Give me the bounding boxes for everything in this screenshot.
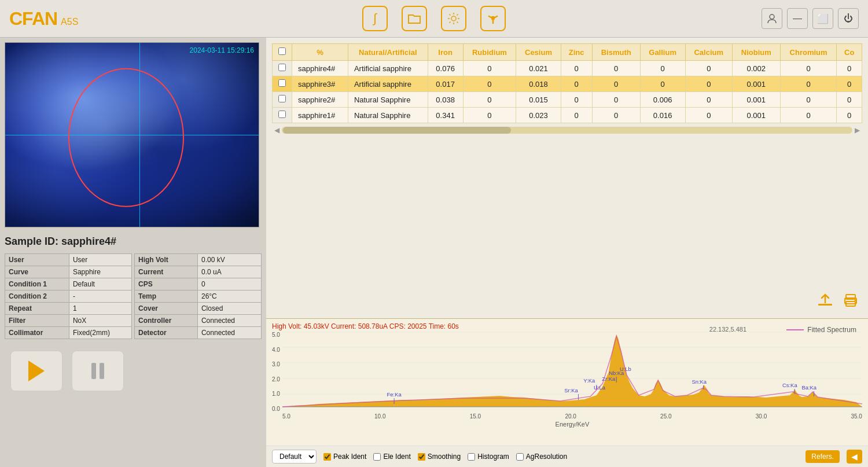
row-value: 0 bbox=[561, 61, 592, 76]
spectrum-button[interactable]: ∫ bbox=[362, 6, 388, 31]
scroll-right-arrow[interactable]: ▶ bbox=[852, 126, 862, 134]
print-icon[interactable] bbox=[843, 292, 859, 312]
info-row: CollimatorFixed(2mm) bbox=[5, 327, 132, 339]
info-key: Filter bbox=[5, 315, 69, 327]
row-value: 0 bbox=[780, 108, 837, 123]
middle-space bbox=[266, 137, 868, 318]
pause-button[interactable] bbox=[72, 351, 124, 391]
info-key: High Volt bbox=[135, 254, 198, 266]
info-row: Condition 2- bbox=[5, 291, 132, 303]
row-value: 0.001 bbox=[732, 76, 780, 92]
table-row: sapphire2#Natural Sapphire0.03800.015000… bbox=[273, 92, 862, 108]
row-value: 0 bbox=[685, 92, 732, 108]
radiation-button[interactable] bbox=[480, 6, 506, 31]
ele-ident-checkbox-label[interactable]: Ele Ident bbox=[373, 453, 410, 461]
agresolution-checkbox-label[interactable]: AgResolution bbox=[516, 453, 567, 461]
info-key: Repeat bbox=[5, 303, 69, 315]
x-tick-10: 10.0 bbox=[374, 413, 385, 420]
play-button[interactable] bbox=[10, 351, 62, 391]
info-row: Repeat1 bbox=[5, 303, 132, 315]
scrollbar-thumb bbox=[283, 127, 511, 134]
row-value: 0 bbox=[685, 61, 732, 76]
info-row: CPS0 bbox=[135, 278, 262, 291]
scroll-left-arrow[interactable]: ◀ bbox=[272, 126, 282, 134]
header: CFAN A5S ∫ — ⬜ ⏻ bbox=[0, 0, 868, 38]
row-type: Natural Sapphire bbox=[348, 108, 428, 123]
upload-icon[interactable] bbox=[817, 292, 833, 312]
svg-point-0 bbox=[451, 16, 456, 21]
col-header-checkbox[interactable] bbox=[273, 44, 292, 61]
y-axis: 5.0 4.0 3.0 2.0 1.0 0.0 bbox=[272, 332, 282, 421]
smoothing-checkbox[interactable] bbox=[418, 453, 425, 461]
info-row: High Volt0.00 kV bbox=[135, 254, 262, 266]
info-value: Default bbox=[69, 278, 131, 291]
row-checkbox-cell[interactable] bbox=[273, 76, 292, 92]
ele-ident-checkbox[interactable] bbox=[373, 453, 381, 461]
gem-image-display: 2024-03-11 15:29:16 bbox=[5, 43, 259, 227]
row-checkbox-cell[interactable] bbox=[273, 92, 292, 108]
refers-button[interactable]: Refers. bbox=[806, 450, 840, 463]
row-name: sapphire1# bbox=[292, 108, 348, 123]
info-key: Detector bbox=[135, 327, 198, 339]
info-key: Current bbox=[135, 266, 198, 278]
data-table-area: %Natural/ArtificialIronRubidiumCesiumZin… bbox=[266, 38, 868, 137]
histogram-checkbox[interactable] bbox=[468, 453, 475, 461]
minimize-button[interactable]: — bbox=[787, 8, 808, 29]
sample-id-label: Sample ID: bbox=[5, 236, 58, 247]
row-value: 0 bbox=[561, 76, 592, 92]
angle-button[interactable]: ◀ bbox=[847, 450, 862, 464]
svg-text:Cs:Ka: Cs:Ka bbox=[782, 383, 797, 388]
info-key: Controller bbox=[135, 315, 198, 327]
sample-id: Sample ID: sapphire4# bbox=[5, 233, 262, 250]
gem-timestamp: 2024-03-11 15:29:16 bbox=[190, 46, 254, 54]
header-right-buttons: — ⬜ ⏻ bbox=[762, 8, 859, 29]
row-value: 0 bbox=[640, 76, 685, 92]
histogram-checkbox-label[interactable]: Histogram bbox=[468, 453, 509, 461]
row-value: 0.002 bbox=[732, 61, 780, 76]
x-tick-25: 25.0 bbox=[660, 413, 671, 420]
play-icon bbox=[28, 361, 45, 381]
row-checkbox-cell[interactable] bbox=[273, 61, 292, 76]
horizontal-scrollbar[interactable] bbox=[282, 127, 852, 134]
info-value: Connected bbox=[197, 315, 261, 327]
y-tick-4: 4.0 bbox=[272, 347, 280, 353]
info-row: Condition 1Default bbox=[5, 278, 132, 291]
info-key: Condition 1 bbox=[5, 278, 69, 291]
sample-id-value: sapphire4# bbox=[61, 236, 116, 247]
row-value: 0 bbox=[837, 92, 862, 108]
info-value: Closed bbox=[197, 303, 261, 315]
user-button[interactable] bbox=[762, 8, 782, 29]
row-checkbox-cell[interactable] bbox=[273, 108, 292, 123]
agresolution-checkbox[interactable] bbox=[516, 453, 524, 461]
svg-rect-3 bbox=[818, 304, 832, 306]
row-value: 0 bbox=[463, 61, 516, 76]
peak-ident-checkbox[interactable] bbox=[323, 453, 331, 461]
col-header-calcium: Calcium bbox=[685, 44, 732, 61]
y-tick-5: 5.0 bbox=[272, 332, 280, 338]
smoothing-checkbox-label[interactable]: Smoothing bbox=[418, 453, 461, 461]
mode-dropdown[interactable]: Default bbox=[272, 450, 317, 464]
power-button[interactable]: ⏻ bbox=[838, 8, 859, 29]
maximize-button[interactable]: ⬜ bbox=[812, 8, 833, 29]
info-value: 0 bbox=[197, 278, 261, 291]
row-value: 0.018 bbox=[516, 76, 561, 92]
peak-ident-checkbox-label[interactable]: Peak Ident bbox=[323, 453, 366, 461]
row-type: Artificial sapphire bbox=[348, 76, 428, 92]
row-value: 0 bbox=[685, 108, 732, 123]
col-header-%: % bbox=[292, 44, 348, 61]
data-table: %Natural/ArtificialIronRubidiumCesiumZin… bbox=[272, 43, 862, 123]
info-value: 1 bbox=[69, 303, 131, 315]
row-value: 0 bbox=[780, 61, 837, 76]
info-value: 0.0 uA bbox=[197, 266, 261, 278]
folder-button[interactable] bbox=[402, 6, 427, 31]
spectrum-svg: Fe:Ka Y:Ka Sr:Ka Nb:Ka U:La bbox=[282, 332, 862, 410]
col-header-iron: Iron bbox=[428, 44, 463, 61]
y-tick-1: 1.0 bbox=[272, 391, 280, 397]
settings-button[interactable] bbox=[441, 6, 466, 31]
pause-bar-left bbox=[91, 363, 96, 379]
info-value: Fixed(2mm) bbox=[69, 327, 131, 339]
row-value: 0.021 bbox=[516, 61, 561, 76]
x-tick-35: 35.0 bbox=[851, 413, 862, 420]
col-header-chromium: Chromium bbox=[780, 44, 837, 61]
pause-bar-right bbox=[100, 363, 104, 379]
